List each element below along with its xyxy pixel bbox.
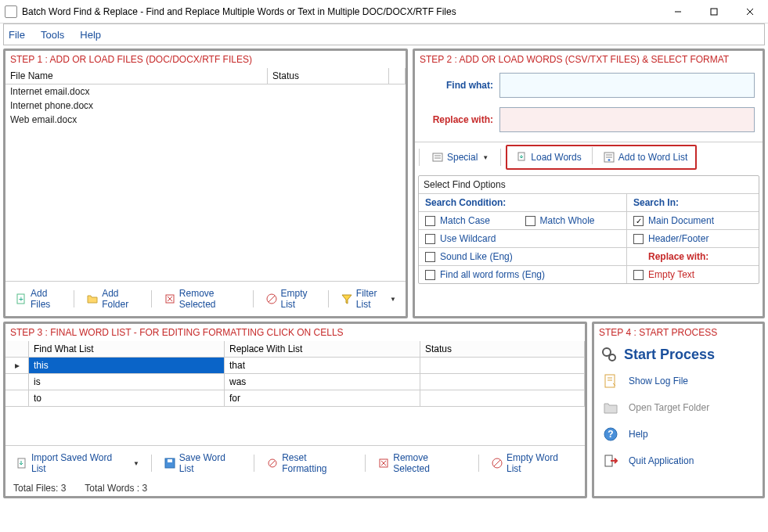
add-folder-button[interactable]: Add Folder <box>79 284 146 314</box>
title-bar: Batch Word Find & Replace - Find and Rep… <box>0 0 768 23</box>
svg-line-10 <box>269 296 275 302</box>
start-process-button[interactable]: Start Process <box>594 341 763 368</box>
import-icon <box>16 457 28 469</box>
col-find-what[interactable]: Find What List <box>29 341 225 357</box>
app-icon <box>5 5 17 18</box>
col-file-name[interactable]: File Name <box>5 68 268 84</box>
replace-with-input[interactable] <box>499 107 755 132</box>
import-word-list-button[interactable]: Import Saved Word List▼ <box>9 448 146 478</box>
replace-with-label: Replace with: <box>423 114 493 125</box>
total-files: Total Files: 3 <box>13 483 66 494</box>
file-row[interactable]: Web email.docx <box>5 113 406 127</box>
step2-title: STEP 2 : ADD OR LOAD WORDS (CSV/TXT FILE… <box>415 51 763 68</box>
help-button[interactable]: ? Help <box>594 421 763 448</box>
menu-tools[interactable]: Tools <box>41 29 64 41</box>
save-icon <box>164 457 176 469</box>
all-word-forms-checkbox[interactable] <box>425 270 435 280</box>
svg-line-22 <box>270 461 275 466</box>
menu-file[interactable]: File <box>9 29 25 41</box>
empty-icon <box>265 293 278 305</box>
svg-rect-30 <box>605 375 615 387</box>
search-condition-header: Search Condition: <box>419 194 626 212</box>
minimize-button[interactable] <box>660 0 696 23</box>
special-icon <box>431 151 444 164</box>
empty-word-list-button[interactable]: Empty Word List <box>484 448 582 478</box>
reset-icon <box>266 457 279 469</box>
main-document-checkbox[interactable]: ✓ <box>633 216 644 226</box>
save-word-list-button[interactable]: Save Word List <box>157 448 249 478</box>
close-button[interactable] <box>732 0 768 23</box>
gears-icon <box>600 346 618 363</box>
step3-panel: STEP 3 : FINAL WORD LIST - FOR EDITING F… <box>3 322 587 498</box>
find-options-title: Select Find Options <box>419 176 759 194</box>
window-title: Batch Word Find & Replace - Find and Rep… <box>22 6 660 17</box>
sound-like-checkbox[interactable] <box>425 252 435 262</box>
word-list-header: Find What List Replace With List Status <box>5 341 585 358</box>
svg-rect-20 <box>168 459 172 462</box>
col-replace-with[interactable]: Replace With List <box>225 341 420 357</box>
filter-icon <box>341 293 353 305</box>
maximize-button[interactable] <box>696 0 732 23</box>
find-options-panel: Select Find Options Search Condition: Ma… <box>418 175 759 284</box>
step1-table-header: File Name Status <box>5 68 406 84</box>
highlighted-toolbar-group: Load Words Add to Word List <box>506 145 697 170</box>
status-bar: Total Files: 3 Total Words : 3 <box>5 480 585 496</box>
svg-line-27 <box>494 460 500 466</box>
step1-panel: STEP 1 : ADD OR LOAD FILES (DOC/DOCX/RTF… <box>3 49 408 318</box>
remove-selected-button[interactable]: Remove Selected <box>157 284 248 314</box>
help-icon: ? <box>602 426 619 443</box>
word-list-row[interactable]: ▸ this that <box>5 358 585 374</box>
chevron-down-icon: ▼ <box>133 460 139 467</box>
header-footer-checkbox[interactable] <box>633 234 644 244</box>
chevron-down-icon: ▼ <box>390 296 396 303</box>
add-to-word-list-button[interactable]: Add to Word List <box>596 147 695 167</box>
load-words-button[interactable]: Load Words <box>508 147 588 167</box>
match-case-checkbox[interactable] <box>425 216 435 226</box>
svg-point-29 <box>609 354 615 361</box>
row-marker-icon: ▸ <box>5 358 29 373</box>
remove-selected-word-button[interactable]: Remove Selected <box>370 448 474 478</box>
add-file-icon: + <box>15 293 27 305</box>
show-log-file-button[interactable]: Show Log File <box>594 368 763 394</box>
step1-title: STEP 1 : ADD OR LOAD FILES (DOC/DOCX/RTF… <box>5 51 406 68</box>
step1-toolbar: +Add Files Add Folder Remove Selected Em… <box>5 281 406 316</box>
word-list-row[interactable]: to for <box>5 390 585 407</box>
use-wildcard-checkbox[interactable] <box>425 234 435 244</box>
log-icon <box>602 372 619 390</box>
word-list-grid[interactable]: ▸ this that is was to for <box>5 358 585 445</box>
file-row[interactable]: Internet phone.docx <box>5 99 406 113</box>
remove-icon <box>164 293 176 305</box>
chevron-down-icon: ▼ <box>482 154 489 161</box>
svg-rect-1 <box>711 9 717 15</box>
replace-with-header: Replace with: <box>648 251 709 262</box>
folder-icon <box>86 293 99 305</box>
find-what-label: Find what: <box>423 80 493 91</box>
step3-toolbar: Import Saved Word List▼ Save Word List R… <box>5 445 585 480</box>
menu-help[interactable]: Help <box>80 29 101 41</box>
step3-title: STEP 3 : FINAL WORD LIST - FOR EDITING F… <box>5 324 585 341</box>
empty-list-button[interactable]: Empty List <box>258 284 323 314</box>
total-words: Total Words : 3 <box>85 483 147 494</box>
col-status[interactable]: Status <box>420 341 585 357</box>
add-list-icon <box>603 151 615 164</box>
search-in-header: Search In: <box>627 194 759 212</box>
quit-application-button[interactable]: Quit Application <box>594 448 763 474</box>
special-button[interactable]: Special▼ <box>424 147 496 167</box>
step2-panel: STEP 2 : ADD OR LOAD WORDS (CSV/TXT FILE… <box>413 49 765 318</box>
find-what-input[interactable] <box>499 73 755 98</box>
match-whole-checkbox[interactable] <box>525 216 535 226</box>
step1-file-list[interactable]: Internet email.docx Internet phone.docx … <box>5 84 406 281</box>
empty-text-checkbox[interactable] <box>633 270 644 280</box>
load-icon <box>515 151 528 164</box>
add-files-button[interactable]: +Add Files <box>8 284 69 314</box>
word-list-row[interactable]: is was <box>5 374 585 390</box>
filter-list-button[interactable]: Filter List▼ <box>334 284 403 314</box>
step2-toolbar: Special▼ Load Words Add to Word List <box>415 142 763 172</box>
step4-panel: STEP 4 : START PROCESS Start Process Sho… <box>592 322 765 498</box>
col-status[interactable]: Status <box>268 68 389 84</box>
reset-formatting-button[interactable]: Reset Formatting <box>259 448 360 478</box>
open-target-folder-button[interactable]: Open Target Folder <box>594 394 763 421</box>
menubar: File Tools Help <box>3 23 765 45</box>
remove-icon <box>377 457 390 469</box>
file-row[interactable]: Internet email.docx <box>5 84 406 99</box>
